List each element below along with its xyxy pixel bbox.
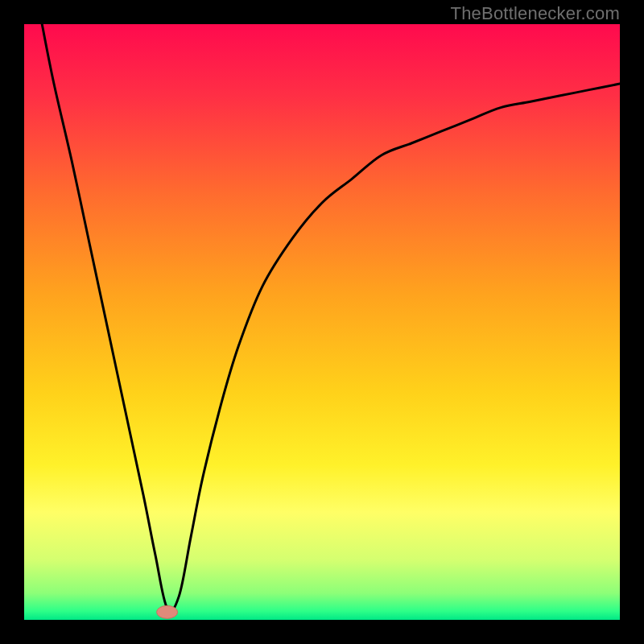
optimal-marker <box>157 605 178 618</box>
gradient-bg <box>24 24 620 620</box>
plot-area <box>24 24 620 620</box>
chart-svg <box>24 24 620 620</box>
chart-frame: TheBottlenecker.com <box>0 0 644 644</box>
watermark-text: TheBottlenecker.com <box>451 3 620 24</box>
